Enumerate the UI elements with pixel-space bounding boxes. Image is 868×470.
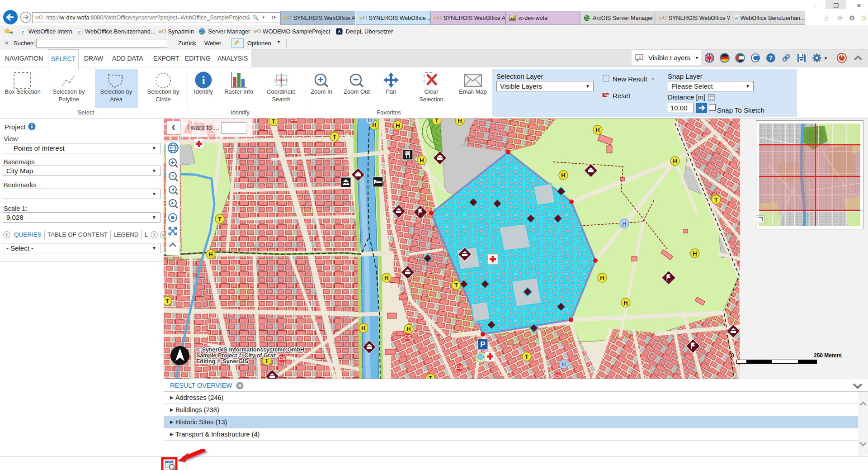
svg-text:T: T <box>525 353 528 360</box>
svg-text:T: T <box>435 119 439 124</box>
svg-text:H: H <box>561 172 565 179</box>
svg-text:CS: CS <box>554 374 561 379</box>
svg-text:H: H <box>368 119 372 123</box>
svg-text:T: T <box>218 216 222 223</box>
svg-text:© SynerGIS Informationssysteme: © SynerGIS Informationssysteme GmbH <box>196 347 304 353</box>
svg-text:Editing © SynerGIS: Editing © SynerGIS <box>196 358 248 365</box>
svg-text:T: T <box>429 375 432 380</box>
svg-text:H: H <box>384 275 388 281</box>
svg-text:T: T <box>272 119 275 125</box>
svg-text:H: H <box>396 122 400 129</box>
svg-text:H: H <box>600 275 604 281</box>
svg-text:H: H <box>361 325 365 332</box>
svg-text:Sample Project © City of Graz: Sample Project © City of Graz <box>196 352 276 359</box>
svg-text:H: H <box>420 157 424 164</box>
svg-text:H: H <box>458 119 462 124</box>
svg-text:H: H <box>693 250 697 257</box>
svg-text:H: H <box>595 127 599 133</box>
svg-text:H: H <box>673 158 677 165</box>
svg-text:T: T <box>714 196 718 203</box>
svg-text:CS: CS <box>456 365 462 370</box>
svg-text:CS: CS <box>278 356 285 361</box>
svg-text:H: H <box>406 326 410 332</box>
svg-text:T: T <box>454 282 458 289</box>
svg-text:CS: CS <box>290 119 297 122</box>
svg-text:▼: ▼ <box>824 56 828 61</box>
svg-text:T: T <box>333 133 336 140</box>
svg-text:H: H <box>561 361 566 368</box>
svg-text:T: T <box>165 298 169 304</box>
svg-text:H: H <box>623 299 627 306</box>
svg-text:?: ? <box>769 54 773 62</box>
svg-text:i: i <box>639 54 641 60</box>
svg-text:CS: CS <box>404 334 411 340</box>
svg-text:H: H <box>622 220 626 227</box>
svg-text:i: i <box>202 74 205 87</box>
svg-text:P: P <box>480 340 485 349</box>
svg-text:H: H <box>208 251 212 258</box>
